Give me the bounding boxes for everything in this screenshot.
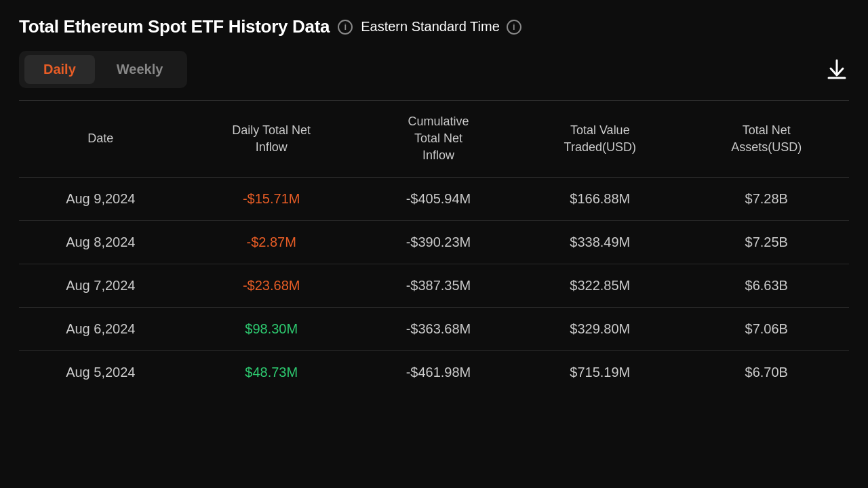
cell-total-value-traded: $329.80M [516, 307, 684, 350]
timezone-info-icon[interactable]: i [507, 20, 521, 35]
col-daily-net-inflow: Daily Total NetInflow [182, 101, 361, 177]
table-header-row: Date Daily Total NetInflow CumulativeTot… [19, 101, 849, 177]
cell-date: Aug 8,2024 [19, 220, 182, 264]
cell-daily-net-inflow: -$23.68M [182, 264, 361, 307]
cell-date: Aug 7,2024 [19, 264, 182, 307]
cell-date: Aug 6,2024 [19, 307, 182, 350]
table-container: Date Daily Total NetInflow CumulativeTot… [19, 100, 849, 394]
cell-date: Aug 5,2024 [19, 350, 182, 394]
cell-cumulative-net-inflow: -$405.94M [361, 177, 516, 220]
download-icon [825, 58, 849, 82]
cell-total-net-assets: $7.28B [684, 177, 850, 220]
cell-daily-net-inflow: -$2.87M [182, 220, 361, 264]
cell-cumulative-net-inflow: -$387.35M [361, 264, 516, 307]
cell-total-net-assets: $7.06B [684, 307, 850, 350]
header-row: Total Ethereum Spot ETF History Data i E… [19, 16, 849, 37]
table-row: Aug 5,2024$48.73M-$461.98M$715.19M$6.70B [19, 350, 849, 394]
table-row: Aug 7,2024-$23.68M-$387.35M$322.85M$6.63… [19, 264, 849, 307]
timezone-info-label: i [513, 22, 515, 32]
table-row: Aug 9,2024-$15.71M-$405.94M$166.88M$7.28… [19, 177, 849, 220]
col-total-net-assets: Total NetAssets(USD) [684, 101, 850, 177]
info-icon-label: i [344, 22, 347, 32]
title-info-icon[interactable]: i [338, 20, 353, 35]
col-date: Date [19, 101, 182, 177]
cell-daily-net-inflow: -$15.71M [182, 177, 361, 220]
cell-total-value-traded: $166.88M [516, 177, 684, 220]
cell-total-value-traded: $322.85M [516, 264, 684, 307]
table-row: Aug 8,2024-$2.87M-$390.23M$338.49M$7.25B [19, 220, 849, 264]
tab-weekly[interactable]: Weekly [98, 55, 182, 84]
cell-total-net-assets: $7.25B [684, 220, 850, 264]
page-title: Total Ethereum Spot ETF History Data [19, 16, 330, 37]
cell-date: Aug 9,2024 [19, 177, 182, 220]
cell-daily-net-inflow: $48.73M [182, 350, 361, 394]
timezone-label: Eastern Standard Time [361, 19, 500, 35]
timezone-section: Eastern Standard Time i [361, 19, 521, 35]
table-body: Aug 9,2024-$15.71M-$405.94M$166.88M$7.28… [19, 177, 849, 394]
data-table: Date Daily Total NetInflow CumulativeTot… [19, 101, 849, 394]
cell-cumulative-net-inflow: -$390.23M [361, 220, 516, 264]
page-container: Total Ethereum Spot ETF History Data i E… [0, 0, 868, 394]
cell-total-value-traded: $715.19M [516, 350, 684, 394]
cell-total-net-assets: $6.70B [684, 350, 850, 394]
table-row: Aug 6,2024$98.30M-$363.68M$329.80M$7.06B [19, 307, 849, 350]
cell-cumulative-net-inflow: -$363.68M [361, 307, 516, 350]
tab-group: Daily Weekly [19, 51, 187, 88]
tabs-row: Daily Weekly [19, 51, 849, 88]
cell-daily-net-inflow: $98.30M [182, 307, 361, 350]
cell-total-net-assets: $6.63B [684, 264, 850, 307]
download-button[interactable] [825, 58, 849, 82]
col-cumulative-net-inflow: CumulativeTotal NetInflow [361, 101, 516, 177]
header-left: Total Ethereum Spot ETF History Data i E… [19, 16, 521, 37]
cell-total-value-traded: $338.49M [516, 220, 684, 264]
tab-daily[interactable]: Daily [24, 55, 95, 84]
col-total-value-traded: Total ValueTraded(USD) [516, 101, 684, 177]
cell-cumulative-net-inflow: -$461.98M [361, 350, 516, 394]
